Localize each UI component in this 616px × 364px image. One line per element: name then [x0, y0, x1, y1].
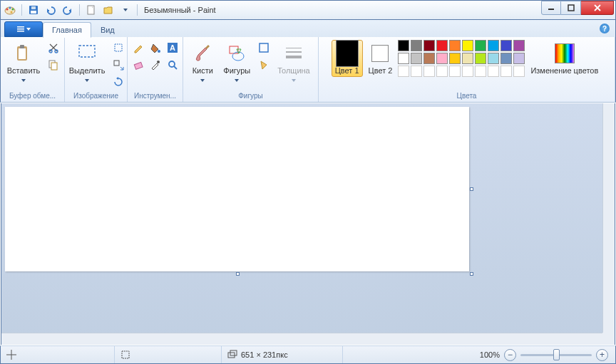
zoom-slider[interactable] [520, 354, 592, 356]
color-swatch[interactable] [462, 53, 473, 64]
pencil-tool[interactable] [130, 40, 146, 56]
resize-handle-s[interactable] [236, 272, 240, 276]
copy-button[interactable] [46, 57, 61, 73]
crop-button[interactable] [111, 40, 126, 56]
color-swatch-empty[interactable] [423, 66, 435, 77]
maximize-button[interactable] [561, 1, 581, 15]
color-swatch-empty[interactable] [398, 66, 409, 77]
close-button[interactable] [581, 1, 614, 15]
svg-rect-35 [286, 56, 302, 58]
color-swatch-empty[interactable] [462, 66, 473, 77]
color-swatch[interactable] [513, 53, 525, 64]
picker-tool[interactable] [148, 57, 163, 73]
svg-text:A: A [170, 43, 175, 52]
color1-button[interactable]: Цвет 1 [332, 40, 363, 77]
color-swatch[interactable] [411, 53, 422, 64]
separator [21, 4, 22, 16]
paste-button[interactable]: Вставить [4, 40, 44, 85]
file-menu[interactable] [4, 21, 43, 37]
group-colors: Цвет 1 Цвет 2 Изменение цветов Цвета [319, 37, 615, 102]
color2-button[interactable]: Цвет 2 [365, 40, 396, 77]
tab-home[interactable]: Главная [43, 22, 91, 38]
svg-rect-32 [260, 43, 268, 52]
color-swatch[interactable] [488, 40, 499, 51]
svg-rect-12 [17, 28, 24, 30]
color-swatch-empty[interactable] [411, 66, 422, 77]
zoom-out-button[interactable]: − [504, 349, 516, 361]
resize-handle-se[interactable] [470, 272, 473, 276]
color-swatch-empty[interactable] [449, 66, 461, 77]
edit-colors-button[interactable]: Изменение цветов [527, 40, 602, 77]
brushes-button[interactable]: Кисти [188, 40, 217, 85]
fill-shape-button[interactable] [256, 57, 272, 73]
svg-rect-23 [114, 61, 119, 66]
outline-button[interactable] [256, 40, 272, 56]
minimize-button[interactable] [541, 1, 561, 15]
zoom-in-button[interactable]: + [596, 349, 608, 361]
size-icon [227, 350, 237, 360]
text-tool[interactable]: A [165, 40, 180, 56]
svg-point-17 [49, 50, 52, 53]
undo-button[interactable] [43, 3, 58, 17]
color-swatch[interactable] [423, 40, 435, 51]
redo-button[interactable] [60, 3, 76, 17]
color-swatch[interactable] [449, 40, 461, 51]
color-swatch[interactable] [488, 53, 499, 64]
color-swatch[interactable] [398, 53, 409, 64]
resize-button[interactable] [111, 57, 126, 73]
new-button[interactable] [83, 3, 99, 17]
color-swatch[interactable] [436, 40, 448, 51]
color-swatch[interactable] [436, 53, 448, 64]
svg-rect-16 [20, 45, 24, 48]
selection-icon [120, 350, 130, 360]
ribbon-tabs: Главная Вид ? [0, 20, 616, 37]
select-button[interactable]: Выделить [66, 40, 109, 85]
group-clipboard: Вставить Буфер обме... [1, 37, 65, 102]
color-swatch-empty[interactable] [513, 66, 525, 77]
color-swatch[interactable] [513, 40, 525, 51]
color-swatch[interactable] [500, 40, 512, 51]
eraser-tool[interactable] [130, 57, 146, 73]
resize-handle-e[interactable] [470, 187, 473, 191]
color-swatch-empty[interactable] [475, 66, 486, 77]
color-swatch[interactable] [475, 40, 486, 51]
svg-rect-27 [134, 62, 143, 69]
color-swatch[interactable] [411, 40, 422, 51]
svg-rect-34 [286, 51, 302, 53]
color-swatch[interactable] [475, 53, 486, 64]
status-bar: 651 × 231пкс 100% − + [0, 345, 616, 364]
save-button[interactable] [26, 3, 41, 17]
scrollbar-vertical[interactable] [602, 103, 615, 333]
window-controls [541, 1, 614, 15]
color-swatch[interactable] [462, 40, 473, 51]
shapes-button[interactable]: Фигуры [220, 40, 254, 85]
canvas[interactable] [5, 107, 469, 271]
group-shapes: Кисти Фигуры Толщина Фигуры [183, 37, 319, 102]
help-icon[interactable]: ? [600, 24, 610, 33]
color-swatch[interactable] [423, 53, 435, 64]
magnifier-tool[interactable] [165, 57, 180, 73]
color-swatch[interactable] [500, 53, 512, 64]
fill-tool[interactable] [148, 40, 163, 56]
color-swatch-empty[interactable] [500, 66, 512, 77]
svg-rect-10 [568, 5, 574, 11]
canvas-size: 651 × 231пкс [222, 346, 343, 363]
color-swatch[interactable] [398, 40, 409, 51]
rotate-button[interactable] [111, 74, 126, 90]
group-label: Фигуры [188, 90, 314, 101]
cut-button[interactable] [46, 40, 61, 56]
svg-point-28 [157, 61, 160, 63]
qat-dropdown[interactable] [118, 3, 133, 17]
open-button[interactable] [101, 3, 116, 17]
group-label: Инструмен... [132, 90, 178, 101]
app-icon [4, 4, 16, 16]
scrollbar-horizontal[interactable] [1, 333, 602, 345]
zoom-thumb[interactable] [553, 349, 560, 360]
color-swatch-empty[interactable] [436, 66, 448, 77]
separator [79, 4, 80, 16]
color-swatch-empty[interactable] [488, 66, 499, 77]
color-swatch[interactable] [449, 53, 461, 64]
svg-point-24 [158, 50, 160, 53]
tab-view[interactable]: Вид [91, 21, 124, 37]
canvas-area [1, 103, 615, 345]
